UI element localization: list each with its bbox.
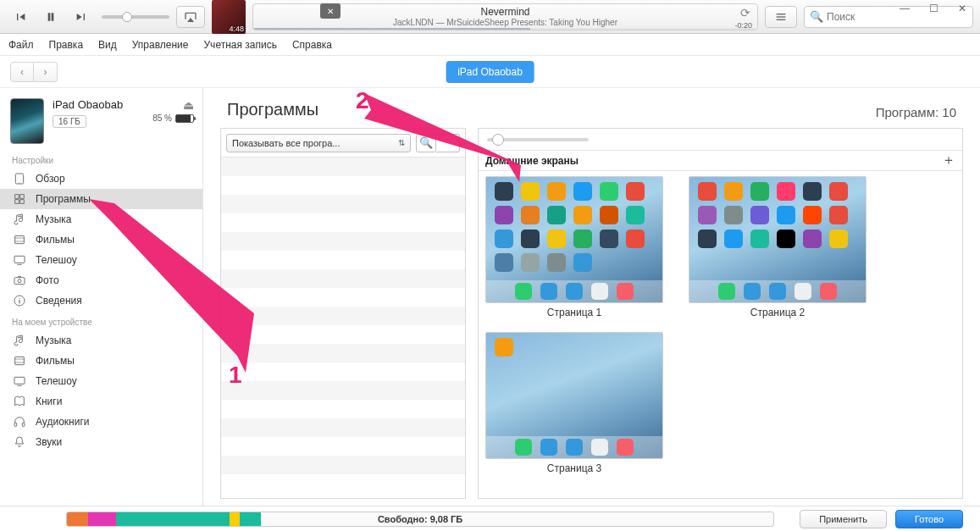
- app-row[interactable]: [221, 400, 465, 418]
- app-icon[interactable]: [547, 206, 566, 224]
- sidebar-item-film[interactable]: Фильмы: [0, 351, 202, 371]
- menu-controls[interactable]: Управление: [132, 39, 189, 51]
- app-icon[interactable]: [829, 230, 848, 248]
- app-icon[interactable]: [724, 206, 743, 224]
- menu-help[interactable]: Справка: [292, 39, 332, 51]
- app-icon[interactable]: [600, 230, 618, 248]
- app-row[interactable]: [221, 176, 465, 195]
- app-icon[interactable]: [495, 206, 513, 224]
- pause-button[interactable]: [37, 7, 64, 27]
- home-screen-canvas[interactable]: [689, 176, 866, 303]
- app-icon[interactable]: [495, 230, 513, 248]
- app-icon[interactable]: [600, 206, 618, 224]
- storage-bar[interactable]: Свободно: 9,08 ГБ: [66, 512, 774, 527]
- dock-app-icon[interactable]: [540, 439, 557, 456]
- app-row[interactable]: [221, 362, 465, 381]
- menu-account[interactable]: Учетная запись: [204, 39, 277, 51]
- dock-app-icon[interactable]: [617, 439, 634, 456]
- add-page-button[interactable]: ＋: [942, 152, 955, 169]
- eject-icon[interactable]: ⏏: [183, 98, 194, 112]
- sidebar-item-headphones[interactable]: Аудиокниги: [0, 412, 202, 432]
- app-icon[interactable]: [698, 230, 717, 248]
- sidebar-item-bell[interactable]: Звуки: [0, 432, 202, 452]
- home-screen-canvas[interactable]: [485, 176, 663, 303]
- app-row[interactable]: [221, 288, 465, 307]
- sidebar-item-camera[interactable]: Фото: [0, 270, 202, 290]
- sidebar-item-film[interactable]: Фильмы: [0, 230, 202, 250]
- app-icon[interactable]: [803, 182, 822, 201]
- app-icon[interactable]: [600, 182, 618, 201]
- sidebar-item-music[interactable]: Музыка: [0, 330, 202, 351]
- sidebar-item-tv[interactable]: Телешоу: [0, 250, 202, 270]
- app-icon[interactable]: [547, 182, 566, 201]
- home-screen-canvas[interactable]: [485, 332, 663, 459]
- app-row[interactable]: [221, 418, 465, 437]
- app-icon[interactable]: [495, 182, 513, 201]
- dock-app-icon[interactable]: [566, 283, 583, 300]
- minimize-button[interactable]: —: [890, 0, 919, 17]
- dock-app-icon[interactable]: [591, 283, 608, 300]
- app-icon[interactable]: [829, 182, 848, 201]
- zoom-slider[interactable]: [487, 138, 589, 141]
- app-icon[interactable]: [750, 182, 769, 201]
- app-icon[interactable]: [521, 206, 540, 224]
- sidebar-item-music[interactable]: Музыка: [0, 209, 202, 230]
- album-art[interactable]: 4:48: [212, 0, 246, 34]
- app-icon[interactable]: [521, 230, 540, 248]
- app-icon[interactable]: [724, 230, 743, 248]
- sidebar-item-tv[interactable]: Телешоу: [0, 371, 202, 391]
- app-icon[interactable]: [521, 182, 540, 201]
- app-icon[interactable]: [626, 182, 645, 201]
- sidebar-item-info[interactable]: Сведения: [0, 290, 202, 311]
- app-row[interactable]: [221, 251, 465, 269]
- app-row[interactable]: [221, 213, 465, 232]
- app-icon[interactable]: [495, 338, 513, 357]
- dock-app-icon[interactable]: [540, 283, 557, 300]
- repeat-icon[interactable]: ⟳: [740, 6, 750, 19]
- apps-filter-dropdown[interactable]: Показывать все програ... ⇅: [226, 134, 411, 152]
- app-icon[interactable]: [573, 206, 592, 224]
- app-row[interactable]: [221, 195, 465, 213]
- forward-button[interactable]: ›: [34, 62, 58, 82]
- app-row[interactable]: [221, 158, 465, 176]
- app-icon[interactable]: [573, 230, 592, 248]
- app-icon[interactable]: [573, 253, 592, 272]
- app-icon[interactable]: [829, 206, 848, 224]
- app-icon[interactable]: [777, 206, 795, 224]
- airplay-button[interactable]: [176, 6, 205, 28]
- apply-button[interactable]: Применить: [800, 510, 887, 528]
- prev-button[interactable]: [7, 7, 34, 27]
- back-button[interactable]: ‹: [10, 62, 34, 82]
- dock-app-icon[interactable]: [591, 439, 608, 456]
- app-row[interactable]: [221, 437, 465, 456]
- app-icon[interactable]: [521, 253, 540, 272]
- app-icon[interactable]: [750, 230, 769, 248]
- app-icon[interactable]: [547, 253, 566, 272]
- apps-search-icon[interactable]: 🔍: [416, 134, 436, 152]
- app-row[interactable]: [221, 344, 465, 362]
- app-icon[interactable]: [777, 230, 795, 248]
- app-icon[interactable]: [626, 230, 645, 248]
- app-icon[interactable]: [698, 182, 717, 201]
- app-icon[interactable]: [724, 182, 743, 201]
- dock-app-icon[interactable]: [515, 439, 532, 456]
- app-icon[interactable]: [777, 182, 795, 201]
- app-row[interactable]: [221, 325, 465, 344]
- dock-app-icon[interactable]: [515, 283, 532, 300]
- app-icon[interactable]: [803, 206, 822, 224]
- app-icon[interactable]: [495, 253, 513, 272]
- dock-app-icon[interactable]: [566, 439, 583, 456]
- app-icon[interactable]: [803, 230, 822, 248]
- menu-view[interactable]: Вид: [98, 39, 117, 51]
- app-icon[interactable]: [547, 230, 566, 248]
- device-thumbnail[interactable]: [10, 98, 44, 144]
- shuffle-icon[interactable]: ✕: [320, 3, 341, 19]
- dock-app-icon[interactable]: [769, 283, 786, 300]
- sidebar-item-apps[interactable]: Программы: [0, 189, 202, 209]
- app-row[interactable]: [221, 232, 465, 251]
- sidebar-item-ipad[interactable]: Обзор: [0, 169, 202, 189]
- app-icon[interactable]: [573, 182, 592, 201]
- dock-app-icon[interactable]: [718, 283, 735, 300]
- sidebar-item-books[interactable]: Книги: [0, 391, 202, 412]
- menu-edit[interactable]: Правка: [49, 39, 84, 51]
